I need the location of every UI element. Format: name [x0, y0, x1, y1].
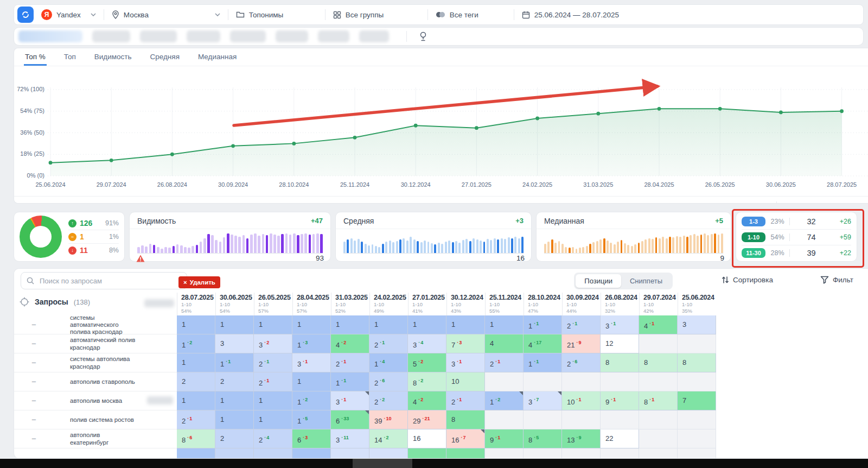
position-cell[interactable]	[215, 448, 254, 459]
position-cell[interactable]: 219	[562, 334, 601, 353]
query-text[interactable]: автополив ставрополь	[70, 372, 139, 391]
position-cell[interactable]: 32	[254, 334, 292, 353]
position-cell[interactable]: 26	[369, 372, 408, 391]
position-cell[interactable]: 2	[215, 429, 254, 448]
position-cell[interactable]	[678, 429, 716, 448]
position-cell[interactable]: 22	[601, 429, 639, 448]
position-cell[interactable]: 1	[254, 315, 292, 334]
position-cell[interactable]: 142	[369, 429, 408, 448]
position-cell[interactable]	[639, 448, 678, 459]
sort-button[interactable]: Сортировка	[722, 276, 773, 284]
position-cell[interactable]: 8	[639, 353, 678, 372]
project-pill[interactable]	[140, 30, 177, 42]
top-percent-chart[interactable]	[14, 66, 868, 180]
tab-4[interactable]: Медианная	[197, 49, 238, 66]
toggle-Позиции[interactable]: Позиции	[576, 274, 621, 288]
position-cell[interactable]: 21	[485, 353, 524, 372]
position-cell[interactable]: 24	[254, 429, 292, 448]
position-cell[interactable]: 8	[446, 410, 485, 429]
position-cell[interactable]	[177, 448, 215, 459]
position-cell[interactable]: 8	[601, 353, 639, 372]
position-cell[interactable]	[678, 448, 716, 459]
column-header-30.12.2024[interactable]: 30.12.20241-1043%	[446, 293, 485, 315]
position-cell[interactable]	[446, 448, 485, 459]
project-pill[interactable]	[318, 30, 349, 42]
position-cell[interactable]: 85	[524, 429, 562, 448]
project-pill-selected[interactable]	[18, 30, 82, 42]
position-cell[interactable]: 8	[678, 353, 716, 372]
position-cell[interactable]	[601, 448, 639, 459]
position-cell[interactable]: 12	[485, 391, 524, 410]
position-cell[interactable]: 21	[369, 334, 408, 353]
group-selector[interactable]: Топонимы	[236, 11, 317, 19]
position-cell[interactable]: 1	[215, 391, 254, 410]
filter-button[interactable]: Фильт	[820, 276, 864, 284]
query-text[interactable]: системы автоматического полива краснодар	[70, 315, 139, 334]
column-header-28.10.2024[interactable]: 28.10.20241-1047%	[524, 293, 562, 315]
position-cell[interactable]	[485, 448, 524, 459]
position-cell[interactable]: 167	[446, 429, 485, 448]
position-cell[interactable]: 139	[562, 429, 601, 448]
position-cell[interactable]: 1	[177, 353, 215, 372]
position-cell[interactable]: 73	[446, 334, 485, 353]
position-cell[interactable]: 13	[292, 334, 331, 353]
tab-2[interactable]: Видимость	[93, 49, 133, 66]
search-input[interactable]	[39, 276, 181, 286]
position-cell[interactable]	[524, 372, 562, 391]
position-cell[interactable]	[254, 448, 292, 459]
position-cell[interactable]: 3	[678, 315, 716, 334]
position-cell[interactable]: 21	[254, 372, 292, 391]
column-header-28.07.2025[interactable]: 28.07.20251-1054%	[177, 293, 215, 315]
position-cell[interactable]: 1	[215, 315, 254, 334]
date-range-picker[interactable]: 25.06.2024 — 28.07.2025	[522, 11, 619, 19]
position-cell[interactable]: 81	[639, 391, 678, 410]
remove-row-button[interactable]: −	[31, 396, 36, 405]
positions-summary-row-1-3[interactable]: 1-323%32+26	[742, 214, 851, 230]
position-cell[interactable]: 42	[408, 391, 446, 410]
position-cell[interactable]	[485, 410, 524, 429]
crosshair-icon[interactable]	[20, 297, 29, 307]
project-pill[interactable]	[276, 30, 308, 42]
position-cell[interactable]: 101	[562, 391, 601, 410]
position-cell[interactable]: 21	[331, 353, 369, 372]
position-cell[interactable]: 633	[331, 410, 369, 429]
position-cell[interactable]: 14	[369, 353, 408, 372]
position-cell[interactable]	[601, 372, 639, 391]
position-cell[interactable]: 86	[177, 429, 215, 448]
position-cell[interactable]: 1	[408, 315, 446, 334]
position-cell[interactable]: 2	[215, 372, 254, 391]
position-cell[interactable]: 15	[292, 410, 331, 429]
position-cell[interactable]: 63	[292, 429, 331, 448]
position-cell[interactable]: 82	[408, 372, 446, 391]
position-cell[interactable]: 21	[446, 391, 485, 410]
position-cell[interactable]: 31	[292, 353, 331, 372]
query-text[interactable]: системы автополива краснодар	[70, 353, 139, 372]
position-cell[interactable]	[678, 410, 716, 429]
position-cell[interactable]: 2	[177, 372, 215, 391]
remove-row-button[interactable]: −	[31, 434, 36, 443]
position-cell[interactable]	[369, 448, 408, 459]
position-cell[interactable]: 11	[524, 315, 562, 334]
position-cell[interactable]: 42	[331, 334, 369, 353]
position-cell[interactable]: 3910	[369, 410, 408, 429]
position-cell[interactable]	[485, 372, 524, 391]
position-cell[interactable]	[601, 410, 639, 429]
position-cell[interactable]	[292, 448, 331, 459]
remove-row-button[interactable]: −	[31, 339, 36, 348]
query-text[interactable]: автополив москва	[70, 391, 139, 410]
position-cell[interactable]: 37	[524, 391, 562, 410]
position-cell[interactable]: 22	[369, 391, 408, 410]
column-header-25.06.2024[interactable]: 25.06.20241-1035%	[678, 293, 716, 315]
groups-filter[interactable]: Все группы	[333, 11, 420, 19]
trophy-icon[interactable]	[419, 31, 427, 41]
position-cell[interactable]	[408, 448, 446, 459]
position-cell[interactable]: 12	[177, 334, 215, 353]
tags-filter[interactable]: Все теги	[436, 11, 506, 19]
project-pill[interactable]	[359, 30, 389, 42]
position-cell[interactable]	[639, 410, 678, 429]
position-cell[interactable]: 1	[254, 391, 292, 410]
position-cell[interactable]: 1	[292, 315, 331, 334]
position-cell[interactable]: 31	[331, 391, 369, 410]
position-cell[interactable]	[524, 410, 562, 429]
remove-row-button[interactable]: −	[31, 415, 36, 424]
